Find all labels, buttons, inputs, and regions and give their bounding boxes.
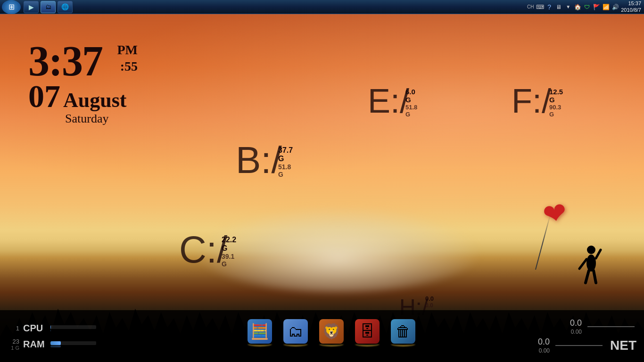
ram-label: RAM — [23, 339, 47, 350]
boy-figure — [577, 245, 605, 306]
drive-c: C:/ 22.2 G 39.1 G — [179, 231, 227, 269]
drive-e-letter: E:/ — [368, 82, 409, 120]
tray-flag[interactable]: 🚩 — [593, 3, 600, 11]
access-ring — [355, 342, 380, 346]
cpu-row: 1 CPU — [8, 321, 96, 335]
clock-time: 3:37 — [28, 38, 102, 84]
calculator-icon: 🧮 — [248, 319, 272, 344]
drive-e-info: 6.0 G 51.8 G — [405, 88, 417, 118]
cpu-value: 1 — [8, 325, 19, 332]
dock: 🧮 🗂 🦁 🗄 🗑 — [104, 319, 559, 353]
net-download-sub: 0.00 — [539, 347, 550, 354]
dock-file-manager[interactable]: 🗂 — [281, 319, 311, 349]
ram-value: 23 — [8, 338, 19, 345]
clock-month: August — [63, 89, 127, 112]
clock-day-number: 07 — [28, 80, 60, 112]
cpu-bar-reflect — [50, 329, 51, 331]
cpu-bar-container — [50, 321, 96, 335]
drive-f-free: 12.5 G — [549, 88, 563, 104]
drive-h-free: 0.0 — [425, 295, 434, 302]
media-player-button[interactable]: ▶ — [24, 1, 39, 13]
svg-point-1 — [586, 255, 596, 272]
svg-point-0 — [587, 246, 595, 254]
drive-h-info: 0.0 0.0 — [425, 295, 434, 309]
ram-sub: 1 G — [8, 345, 19, 351]
ram-bar — [50, 341, 96, 345]
drive-b-info: 37.7 G 51.8 G — [278, 146, 293, 178]
ram-row: 23 1 G RAM — [8, 337, 96, 351]
clock-dayname: Saturday — [65, 112, 127, 126]
access-icon: 🗄 — [355, 319, 380, 344]
taskbar: ⊞ ▶ 🗂 🌐 CH ⌨ ? 🖥 ▼ 🏠 🛡 🚩 📶 🔊 15:37 2010/… — [0, 0, 644, 14]
tray-home[interactable]: 🏠 — [574, 3, 581, 11]
dock-access[interactable]: 🗄 — [352, 319, 382, 349]
net-download-bar — [555, 345, 603, 346]
recycle-bin-ring — [391, 342, 415, 346]
tray-network1[interactable]: 🖥 — [555, 3, 562, 11]
file-manager-icon: 🗂 — [283, 319, 308, 344]
drive-c-letter: C:/ — [179, 229, 227, 271]
svg-line-3 — [596, 250, 601, 258]
camera-agent-ring — [319, 342, 344, 346]
cpu-bar-fill — [50, 325, 51, 329]
net-upload-bar — [587, 326, 635, 327]
ram-bar-fill — [50, 341, 61, 345]
tray-network2[interactable]: 📶 — [602, 3, 610, 11]
cpu-label: CPU — [23, 323, 47, 334]
drive-c-total: 39.1 G — [222, 253, 236, 268]
net-upload-value: 0.0 — [570, 318, 582, 329]
drive-b: B:/ 37.7 G 51.8 G — [236, 141, 282, 179]
tray-help[interactable]: ? — [545, 3, 553, 11]
ram-bar-reflect — [50, 346, 61, 347]
file-manager-button[interactable]: 🗂 — [41, 1, 56, 13]
tray-dropdown[interactable]: ▼ — [564, 3, 572, 11]
drive-f: F:/ 12.5 G 90.3 G — [512, 84, 551, 118]
drive-h-total: 0.0 — [425, 302, 434, 309]
clock-ampm: PM — [117, 42, 138, 58]
drive-f-letter: F:/ — [512, 82, 551, 120]
net-download-row: 0.0 0.00 NET — [538, 337, 636, 354]
net-download-value: 0.0 — [538, 337, 550, 347]
start-button[interactable]: ⊞ — [2, 0, 21, 14]
taskbar-clock[interactable]: 15:37 2010/8/7 — [621, 0, 641, 13]
taskbar-right: CH ⌨ ? 🖥 ▼ 🏠 🛡 🚩 📶 🔊 15:37 2010/8/7 — [527, 0, 644, 13]
dock-calculator[interactable]: 🧮 — [245, 319, 275, 349]
drive-e-free: 6.0 G — [405, 88, 417, 104]
drive-c-free: 22.2 G — [222, 236, 236, 253]
tray-ch[interactable]: CH — [527, 3, 534, 11]
drive-b-letter: B:/ — [236, 139, 282, 181]
net-upload-sub: 0.00 — [571, 329, 582, 335]
ram-bar-container — [50, 337, 96, 351]
dock-recycle-bin[interactable]: 🗑 — [388, 319, 418, 349]
svg-line-5 — [594, 271, 596, 283]
clock-widget: 3:37 PM :55 07 August Saturday — [28, 40, 127, 126]
camera-agent-icon: 🦁 — [319, 319, 344, 344]
drive-b-free: 37.7 G — [278, 146, 293, 163]
drive-e-total: 51.8 G — [405, 104, 417, 118]
net-download-values: 0.0 0.00 — [538, 337, 550, 354]
recycle-bin-icon: 🗑 — [391, 319, 415, 344]
cpu-bar — [50, 325, 96, 329]
browser-button[interactable]: 🌐 — [58, 1, 73, 13]
net-upload-values: 0.0 0.00 — [570, 318, 582, 335]
drive-c-info: 22.2 G 39.1 G — [222, 236, 236, 268]
tray-shield[interactable]: 🛡 — [583, 3, 591, 11]
drive-f-total: 90.3 G — [549, 104, 563, 118]
calculator-ring — [248, 342, 272, 346]
drive-e: E:/ 6.0 G 51.8 G — [368, 84, 409, 118]
drive-b-total: 51.8 G — [278, 163, 293, 178]
tray-speaker[interactable]: 🔊 — [611, 3, 619, 11]
net-monitor: 0.0 0.00 0.0 0.00 NET — [559, 314, 644, 357]
net-upload-row: 0.0 0.00 — [570, 318, 636, 335]
dock-camera-agent[interactable]: 🦁 — [316, 319, 347, 349]
drive-f-info: 12.5 G 90.3 G — [549, 88, 563, 118]
svg-line-4 — [586, 271, 589, 283]
net-label: NET — [610, 338, 636, 353]
svg-line-2 — [579, 259, 586, 269]
clock-seconds: :55 — [120, 59, 138, 74]
system-monitor: 1 CPU 23 1 G RAM — [0, 317, 104, 355]
file-manager-ring — [283, 342, 308, 346]
bottom-bar: 1 CPU 23 1 G RAM — [0, 310, 644, 362]
tray-keyboard[interactable]: ⌨ — [536, 3, 544, 11]
